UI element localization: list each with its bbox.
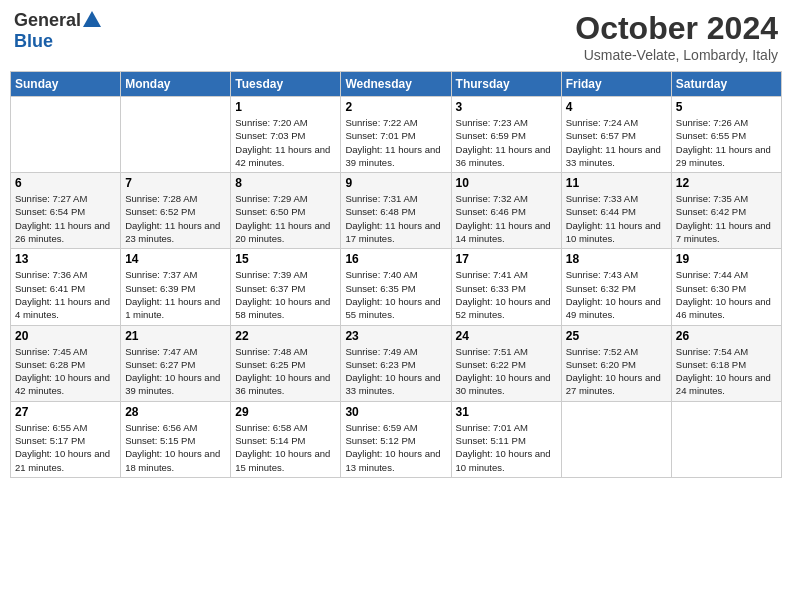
day-info: Sunrise: 7:22 AM Sunset: 7:01 PM Dayligh…	[345, 116, 446, 169]
day-info: Sunrise: 7:35 AM Sunset: 6:42 PM Dayligh…	[676, 192, 777, 245]
calendar-cell: 5Sunrise: 7:26 AM Sunset: 6:55 PM Daylig…	[671, 97, 781, 173]
day-info: Sunrise: 7:28 AM Sunset: 6:52 PM Dayligh…	[125, 192, 226, 245]
logo-icon	[83, 11, 101, 27]
day-number: 23	[345, 329, 446, 343]
calendar-cell: 19Sunrise: 7:44 AM Sunset: 6:30 PM Dayli…	[671, 249, 781, 325]
day-header-sunday: Sunday	[11, 72, 121, 97]
calendar-cell: 21Sunrise: 7:47 AM Sunset: 6:27 PM Dayli…	[121, 325, 231, 401]
day-info: Sunrise: 7:41 AM Sunset: 6:33 PM Dayligh…	[456, 268, 557, 321]
day-number: 12	[676, 176, 777, 190]
day-number: 1	[235, 100, 336, 114]
calendar-cell: 4Sunrise: 7:24 AM Sunset: 6:57 PM Daylig…	[561, 97, 671, 173]
day-info: Sunrise: 7:01 AM Sunset: 5:11 PM Dayligh…	[456, 421, 557, 474]
calendar-week-row: 27Sunrise: 6:55 AM Sunset: 5:17 PM Dayli…	[11, 401, 782, 477]
day-info: Sunrise: 6:56 AM Sunset: 5:15 PM Dayligh…	[125, 421, 226, 474]
calendar-cell: 14Sunrise: 7:37 AM Sunset: 6:39 PM Dayli…	[121, 249, 231, 325]
calendar-cell: 11Sunrise: 7:33 AM Sunset: 6:44 PM Dayli…	[561, 173, 671, 249]
day-info: Sunrise: 7:32 AM Sunset: 6:46 PM Dayligh…	[456, 192, 557, 245]
calendar-cell: 27Sunrise: 6:55 AM Sunset: 5:17 PM Dayli…	[11, 401, 121, 477]
calendar-cell: 8Sunrise: 7:29 AM Sunset: 6:50 PM Daylig…	[231, 173, 341, 249]
calendar-table: SundayMondayTuesdayWednesdayThursdayFrid…	[10, 71, 782, 478]
title-area: October 2024 Usmate-Velate, Lombardy, It…	[575, 10, 778, 63]
day-info: Sunrise: 7:24 AM Sunset: 6:57 PM Dayligh…	[566, 116, 667, 169]
logo-general: General	[14, 10, 81, 31]
calendar-cell: 29Sunrise: 6:58 AM Sunset: 5:14 PM Dayli…	[231, 401, 341, 477]
day-number: 16	[345, 252, 446, 266]
day-number: 5	[676, 100, 777, 114]
day-info: Sunrise: 7:31 AM Sunset: 6:48 PM Dayligh…	[345, 192, 446, 245]
svg-marker-0	[83, 11, 101, 27]
calendar-cell: 16Sunrise: 7:40 AM Sunset: 6:35 PM Dayli…	[341, 249, 451, 325]
day-info: Sunrise: 7:54 AM Sunset: 6:18 PM Dayligh…	[676, 345, 777, 398]
day-number: 9	[345, 176, 446, 190]
day-info: Sunrise: 7:26 AM Sunset: 6:55 PM Dayligh…	[676, 116, 777, 169]
location-title: Usmate-Velate, Lombardy, Italy	[575, 47, 778, 63]
calendar-cell: 3Sunrise: 7:23 AM Sunset: 6:59 PM Daylig…	[451, 97, 561, 173]
day-number: 13	[15, 252, 116, 266]
calendar-header-row: SundayMondayTuesdayWednesdayThursdayFrid…	[11, 72, 782, 97]
calendar-cell	[561, 401, 671, 477]
day-number: 2	[345, 100, 446, 114]
calendar-cell: 1Sunrise: 7:20 AM Sunset: 7:03 PM Daylig…	[231, 97, 341, 173]
day-number: 25	[566, 329, 667, 343]
day-number: 30	[345, 405, 446, 419]
calendar-cell: 30Sunrise: 6:59 AM Sunset: 5:12 PM Dayli…	[341, 401, 451, 477]
logo-blue: Blue	[14, 31, 53, 52]
day-number: 27	[15, 405, 116, 419]
day-number: 14	[125, 252, 226, 266]
day-number: 17	[456, 252, 557, 266]
calendar-week-row: 1Sunrise: 7:20 AM Sunset: 7:03 PM Daylig…	[11, 97, 782, 173]
day-number: 18	[566, 252, 667, 266]
day-info: Sunrise: 7:29 AM Sunset: 6:50 PM Dayligh…	[235, 192, 336, 245]
day-info: Sunrise: 6:59 AM Sunset: 5:12 PM Dayligh…	[345, 421, 446, 474]
day-number: 29	[235, 405, 336, 419]
day-number: 15	[235, 252, 336, 266]
calendar-cell: 24Sunrise: 7:51 AM Sunset: 6:22 PM Dayli…	[451, 325, 561, 401]
day-number: 19	[676, 252, 777, 266]
calendar-cell: 26Sunrise: 7:54 AM Sunset: 6:18 PM Dayli…	[671, 325, 781, 401]
calendar-cell: 20Sunrise: 7:45 AM Sunset: 6:28 PM Dayli…	[11, 325, 121, 401]
day-number: 24	[456, 329, 557, 343]
calendar-cell: 9Sunrise: 7:31 AM Sunset: 6:48 PM Daylig…	[341, 173, 451, 249]
calendar-cell: 23Sunrise: 7:49 AM Sunset: 6:23 PM Dayli…	[341, 325, 451, 401]
day-info: Sunrise: 7:47 AM Sunset: 6:27 PM Dayligh…	[125, 345, 226, 398]
page-header: General Blue October 2024 Usmate-Velate,…	[10, 10, 782, 63]
calendar-cell	[671, 401, 781, 477]
calendar-cell: 25Sunrise: 7:52 AM Sunset: 6:20 PM Dayli…	[561, 325, 671, 401]
day-number: 31	[456, 405, 557, 419]
day-info: Sunrise: 7:44 AM Sunset: 6:30 PM Dayligh…	[676, 268, 777, 321]
day-info: Sunrise: 7:45 AM Sunset: 6:28 PM Dayligh…	[15, 345, 116, 398]
day-header-monday: Monday	[121, 72, 231, 97]
calendar-cell: 18Sunrise: 7:43 AM Sunset: 6:32 PM Dayli…	[561, 249, 671, 325]
calendar-cell: 13Sunrise: 7:36 AM Sunset: 6:41 PM Dayli…	[11, 249, 121, 325]
day-header-friday: Friday	[561, 72, 671, 97]
day-number: 4	[566, 100, 667, 114]
day-number: 26	[676, 329, 777, 343]
calendar-cell: 15Sunrise: 7:39 AM Sunset: 6:37 PM Dayli…	[231, 249, 341, 325]
day-info: Sunrise: 7:52 AM Sunset: 6:20 PM Dayligh…	[566, 345, 667, 398]
day-info: Sunrise: 7:48 AM Sunset: 6:25 PM Dayligh…	[235, 345, 336, 398]
calendar-cell: 12Sunrise: 7:35 AM Sunset: 6:42 PM Dayli…	[671, 173, 781, 249]
day-header-thursday: Thursday	[451, 72, 561, 97]
day-info: Sunrise: 7:51 AM Sunset: 6:22 PM Dayligh…	[456, 345, 557, 398]
day-info: Sunrise: 7:20 AM Sunset: 7:03 PM Dayligh…	[235, 116, 336, 169]
calendar-cell	[121, 97, 231, 173]
day-info: Sunrise: 7:23 AM Sunset: 6:59 PM Dayligh…	[456, 116, 557, 169]
calendar-cell: 2Sunrise: 7:22 AM Sunset: 7:01 PM Daylig…	[341, 97, 451, 173]
day-number: 20	[15, 329, 116, 343]
day-number: 22	[235, 329, 336, 343]
day-header-wednesday: Wednesday	[341, 72, 451, 97]
day-number: 7	[125, 176, 226, 190]
day-info: Sunrise: 7:36 AM Sunset: 6:41 PM Dayligh…	[15, 268, 116, 321]
day-info: Sunrise: 7:43 AM Sunset: 6:32 PM Dayligh…	[566, 268, 667, 321]
calendar-cell: 17Sunrise: 7:41 AM Sunset: 6:33 PM Dayli…	[451, 249, 561, 325]
day-info: Sunrise: 7:40 AM Sunset: 6:35 PM Dayligh…	[345, 268, 446, 321]
calendar-cell: 6Sunrise: 7:27 AM Sunset: 6:54 PM Daylig…	[11, 173, 121, 249]
calendar-cell: 7Sunrise: 7:28 AM Sunset: 6:52 PM Daylig…	[121, 173, 231, 249]
logo: General Blue	[14, 10, 101, 52]
day-number: 8	[235, 176, 336, 190]
calendar-week-row: 20Sunrise: 7:45 AM Sunset: 6:28 PM Dayli…	[11, 325, 782, 401]
day-info: Sunrise: 7:49 AM Sunset: 6:23 PM Dayligh…	[345, 345, 446, 398]
day-number: 11	[566, 176, 667, 190]
day-info: Sunrise: 6:58 AM Sunset: 5:14 PM Dayligh…	[235, 421, 336, 474]
